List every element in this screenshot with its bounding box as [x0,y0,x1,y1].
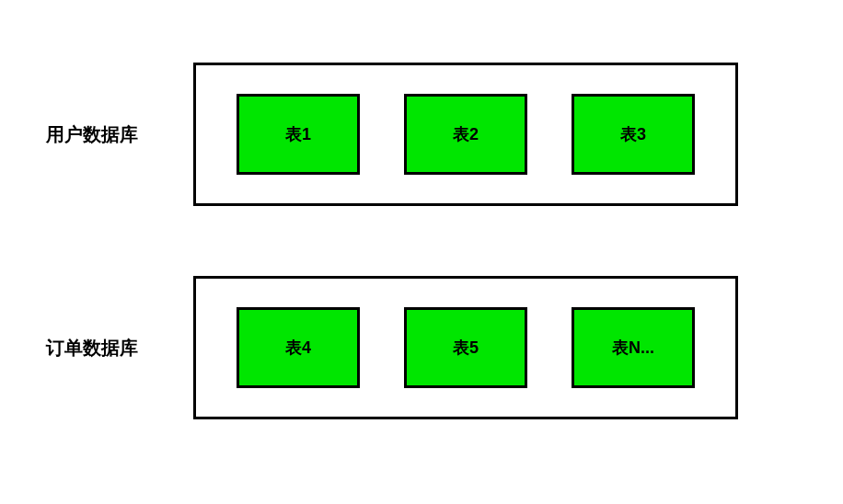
order-database-label: 订单数据库 [0,336,193,361]
table-box-n: 表N... [572,307,695,388]
user-database-row: 用户数据库 表1 表2 表3 [0,63,738,206]
table-box-5: 表5 [404,307,527,388]
order-database-row: 订单数据库 表4 表5 表N... [0,276,738,419]
user-database-container: 表1 表2 表3 [193,63,738,206]
user-database-label: 用户数据库 [0,122,193,147]
table-box-1: 表1 [237,94,360,175]
table-box-2: 表2 [404,94,527,175]
table-box-3: 表3 [572,94,695,175]
table-box-4: 表4 [237,307,360,388]
order-database-container: 表4 表5 表N... [193,276,738,419]
